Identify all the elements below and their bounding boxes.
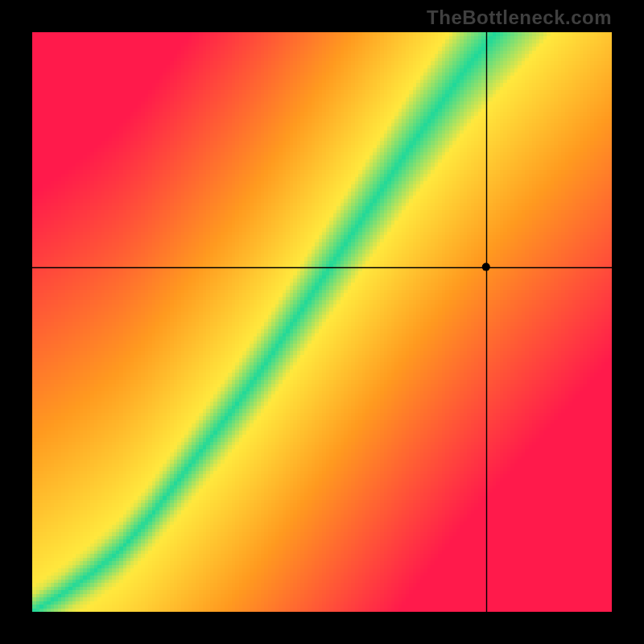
heatmap-plot	[32, 32, 612, 612]
chart-frame: TheBottleneck.com	[0, 0, 644, 644]
watermark-text: TheBottleneck.com	[427, 6, 612, 29]
crosshair-overlay	[32, 32, 612, 612]
